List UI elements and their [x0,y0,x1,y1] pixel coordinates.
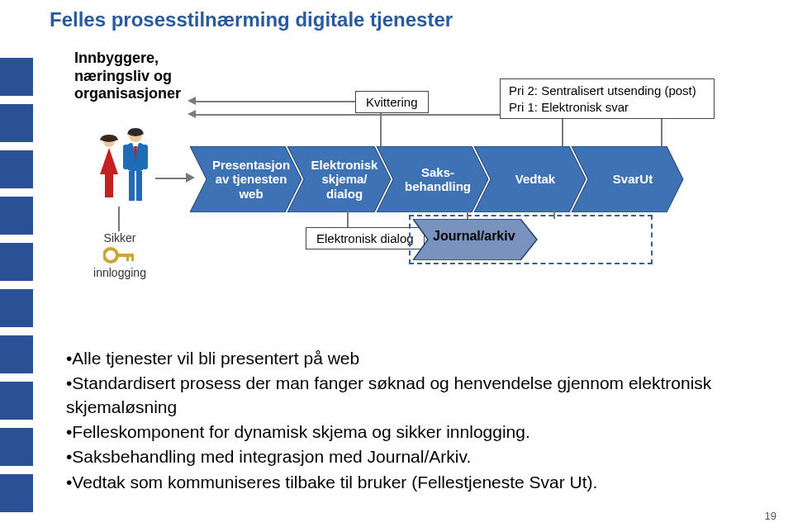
edialog-box: Elektronisk dialog [306,227,425,249]
chevron-presentasjon: Presentasjon av tjenesten web [202,149,292,210]
innlogging-label: innlogging [87,266,153,279]
arrow [194,101,355,102]
sidebar-block [0,335,33,373]
people-icon [95,128,153,211]
journal-label: Journal/arkiv [433,229,515,244]
arrow [194,114,500,116]
arrow-head-icon [188,110,196,118]
sidebar-block [0,428,33,466]
person-icon [120,128,146,204]
arrow [155,178,190,179]
chevron-svarut: SvarUt [583,149,674,210]
svg-rect-6 [136,171,142,201]
sidebar-block [0,289,33,327]
sidebar-block [0,243,33,281]
pri-line: Pri 1: Elektronisk svar [509,99,705,116]
connector [562,117,563,149]
connector [553,211,555,219]
process-diagram: Innbyggere, næringsliv og organisasjoner… [50,41,768,322]
chevron-vedtak: Vedtak [486,149,577,210]
svg-rect-10 [131,254,134,261]
svg-point-7 [104,249,117,262]
sidebar-decoration [0,58,33,520]
svg-rect-3 [123,145,129,169]
pri-line: Pri 2: Sentralisert utsending (post) [509,83,705,99]
kvittering-box: Kvittering [355,91,429,113]
key-icon [103,246,136,264]
sidebar-block [0,150,33,188]
slide-title: Felles prosesstilnærming digitale tjenes… [50,8,453,31]
connector [347,211,349,227]
page-number: 19 [765,510,776,522]
sikker-login-group: Sikker innlogging [87,231,153,279]
connector [380,113,382,150]
sidebar-block [0,474,33,512]
chevron-skjema: Elektronisk skjema/ dialog [297,149,383,210]
actors-label: Innbyggere, næringsliv og organisasjoner [74,50,194,103]
svg-rect-4 [142,145,148,169]
svg-rect-8 [116,254,134,257]
svg-rect-9 [126,254,129,261]
connector [467,211,468,219]
priority-box: Pri 2: Sentralisert utsending (post) Pri… [500,78,715,119]
chevron-saksbehandling: Saks- behandling [388,149,479,210]
connector [118,207,120,231]
bullet-item: •Vedtak som kommuniseres tilbake til bru… [66,471,743,494]
connector [661,117,662,149]
sidebar-block [0,382,33,420]
sidebar-block [0,197,33,235]
journal-chevron: Journal/arkiv [413,219,541,264]
bullet-list: •Alle tjenester vil bli presentert på we… [66,347,743,496]
person-icon [95,135,121,199]
bullet-item: •Standardisert prosess der man fanger sø… [66,372,743,419]
sidebar-block [0,58,33,96]
bullet-item: •Felleskomponent for dynamisk skjema og … [66,420,743,444]
bullet-item: •Saksbehandling med integrasjon med Jour… [66,445,743,468]
bullet-item: •Alle tjenester vil bli presentert på we… [66,347,743,370]
svg-rect-5 [129,171,135,201]
sikker-label: Sikker [87,231,153,245]
sidebar-block [0,104,33,142]
arrow-head-icon [188,97,196,105]
